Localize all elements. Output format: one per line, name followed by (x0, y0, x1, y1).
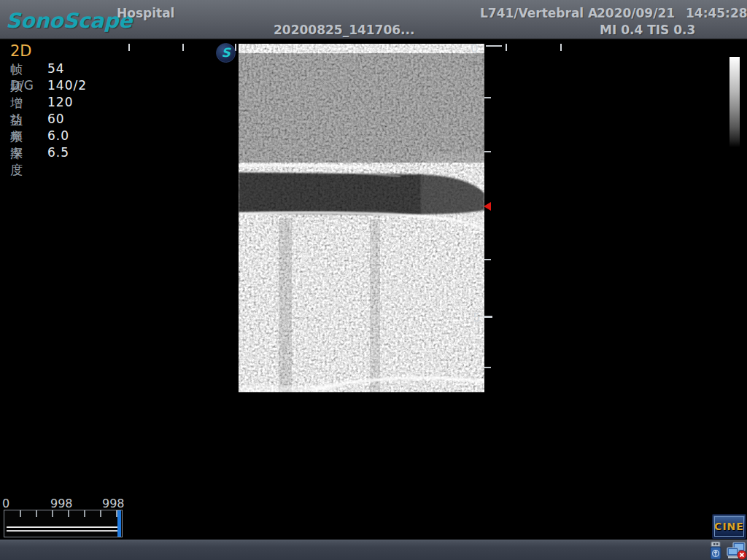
taskbar (0, 540, 747, 560)
cine-ticks (5, 510, 121, 517)
param-value: 6.0 (47, 128, 69, 143)
usb-drive-icon[interactable] (708, 541, 727, 560)
depth-tick-major (486, 45, 502, 47)
depth-tick (484, 259, 491, 260)
param-value: 54 (47, 61, 65, 76)
exam-id: 20200825_141706... (274, 23, 414, 37)
exam-date: 2020/09/21 (597, 6, 675, 20)
ultrasound-speckle-canvas (239, 44, 484, 392)
cine-current-frame: 998 (50, 497, 73, 510)
cine-total-frames: 998 (102, 497, 125, 510)
depth-label-bottom: 5 (473, 311, 480, 324)
cine-progress-track (7, 526, 118, 532)
param-value: 120 (47, 95, 73, 109)
ruler-tick (560, 44, 562, 51)
ruler-tick (182, 44, 184, 51)
exam-time: 14:45:28 (686, 6, 747, 20)
grayscale-bar (729, 57, 740, 147)
cine-start-label: 0 (2, 497, 9, 510)
param-value: 140/2 (47, 78, 87, 93)
focus-marker-icon (484, 202, 491, 211)
probe-preset: L741/Vertebral A (480, 6, 597, 20)
param-label: 深度 (10, 145, 23, 179)
depth-tick-major (484, 316, 492, 318)
param-value: 60 (47, 112, 65, 126)
param-label: D/G (10, 78, 34, 93)
hospital-name: Hospital (117, 6, 174, 20)
cine-position-marker[interactable] (117, 510, 121, 537)
network-disconnected-icon[interactable] (726, 541, 747, 560)
cine-button[interactable]: CINE (712, 514, 746, 539)
depth-label-top: 0 (471, 42, 478, 55)
mode-label: 2D (10, 42, 32, 60)
cine-ruler[interactable] (4, 510, 123, 537)
ruler-tick (506, 44, 507, 51)
param-value: 6.5 (47, 145, 69, 160)
top-bar: SonoScape Hospital L741/Vertebral A 2020… (0, 0, 747, 40)
mi-tis-readout: MI 0.4 TIS 0.3 (600, 23, 695, 37)
depth-tick (484, 97, 491, 98)
sonoscape-logo: SonoScape (6, 9, 132, 33)
probe-orientation-marker: S (216, 43, 236, 63)
ruler-tick (128, 44, 130, 51)
depth-tick (484, 367, 491, 368)
ultrasound-image (239, 44, 484, 392)
depth-tick (484, 151, 491, 152)
